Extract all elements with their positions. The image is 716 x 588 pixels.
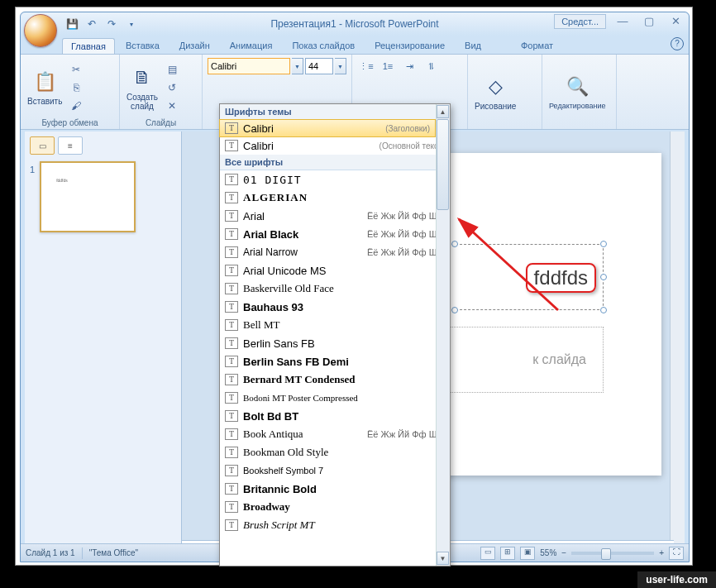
scroll-up-icon[interactable]: ▲ — [437, 105, 449, 118]
font-option[interactable]: TArial NarrowЁё Жж Йй Фф Щщ — [220, 243, 450, 261]
slide-counter: Слайд 1 из 1 — [26, 548, 75, 557]
truetype-icon: T — [225, 140, 238, 151]
clipboard-icon: 📋 — [31, 69, 58, 95]
font-dropdown-list: ▲ ▼ Шрифты темыTCalibri(Заголовки)TCalib… — [219, 103, 451, 566]
help-icon[interactable]: ? — [671, 37, 684, 50]
save-icon[interactable]: 💾 — [64, 16, 80, 32]
tab-review[interactable]: Рецензирование — [365, 37, 454, 54]
ribbon-tabs: Главная Вставка Дизайн Анимация Показ сл… — [62, 36, 689, 54]
font-option[interactable]: TBerlin Sans FB Demi — [220, 352, 450, 370]
tab-view[interactable]: Вид — [456, 37, 490, 54]
font-option[interactable]: TBroadway — [220, 498, 450, 516]
tab-design[interactable]: Дизайн — [170, 37, 219, 54]
font-option[interactable]: TBritannic Bold — [220, 480, 450, 498]
maximize-icon[interactable]: ▢ — [641, 15, 657, 27]
truetype-icon: T — [225, 392, 238, 404]
text-direction-icon[interactable]: ⥮ — [422, 58, 440, 74]
outline-tab[interactable]: ≡ — [58, 136, 83, 155]
watermark: user-life.com — [637, 571, 716, 588]
slideshow-view-icon[interactable]: ▣ — [520, 547, 535, 560]
editing-button[interactable]: 🔍 Редактирование — [547, 72, 608, 112]
tab-format[interactable]: Формат — [512, 37, 562, 54]
cut-icon[interactable]: ✂ — [69, 62, 84, 77]
truetype-icon: T — [225, 465, 238, 476]
font-option[interactable]: TBrush Script MT — [220, 516, 450, 534]
reset-icon[interactable]: ↺ — [165, 80, 179, 95]
font-option[interactable]: TBookshelf Symbol 7 — [220, 461, 450, 480]
close-icon[interactable]: ✕ — [667, 15, 684, 27]
truetype-icon: T — [225, 210, 238, 222]
zoom-slider[interactable] — [571, 552, 654, 555]
drawing-button[interactable]: ◇ Рисование — [473, 72, 518, 112]
format-painter-icon[interactable]: 🖌 — [69, 98, 84, 113]
truetype-icon: T — [225, 174, 238, 185]
truetype-icon: T — [225, 265, 238, 276]
scroll-thumb[interactable] — [437, 119, 449, 210]
zoom-value: 55% — [540, 548, 556, 557]
theme-fonts-header: Шрифты темы — [220, 104, 450, 120]
truetype-icon: T — [225, 374, 238, 385]
font-option[interactable]: TArial BlackЁё Жж Йй Фф Щщ — [220, 225, 450, 243]
sorter-view-icon[interactable]: ⊞ — [500, 547, 515, 560]
font-option[interactable]: TCalibri(Заголовки) — [219, 119, 436, 137]
zoom-in-icon[interactable]: + — [659, 548, 664, 557]
font-option[interactable]: TArialЁё Жж Йй Фф Щщ — [220, 207, 450, 225]
qat-more-icon[interactable]: ▾ — [123, 16, 140, 32]
normal-view-icon[interactable]: ▭ — [480, 547, 495, 560]
tools-contextual-tab[interactable]: Средст... — [554, 14, 606, 29]
new-slide-button[interactable]: 🗎 Создать слайд — [125, 63, 160, 112]
font-name-input[interactable]: Calibri — [208, 58, 290, 74]
layout-icon[interactable]: ▤ — [165, 62, 179, 77]
font-option[interactable]: TBookman Old Style — [220, 443, 450, 461]
copy-icon[interactable]: ⎘ — [69, 80, 84, 95]
slide-panel: ▭ ≡ 1 fddfds — [25, 131, 182, 543]
font-option[interactable]: TBernard MT Condensed — [220, 370, 450, 389]
font-option[interactable]: TBodoni MT Poster Compressed — [220, 389, 450, 407]
paste-button[interactable]: 📋 Вставить — [26, 67, 64, 108]
annotation-arrow — [451, 211, 599, 327]
font-option[interactable]: TBolt Bd BT — [220, 407, 450, 425]
redo-icon[interactable]: ↷ — [103, 16, 120, 32]
truetype-icon: T — [225, 519, 238, 531]
scroll-down-icon[interactable]: ▼ — [437, 552, 449, 565]
vertical-scrollbar[interactable] — [670, 131, 685, 543]
bullets-icon[interactable]: ⋮≡ — [357, 58, 375, 74]
font-option[interactable]: TBell MT — [220, 316, 450, 334]
shapes-icon: ◇ — [482, 74, 508, 100]
office-button[interactable] — [24, 14, 57, 47]
dropdown-scrollbar[interactable]: ▲ ▼ — [436, 104, 450, 566]
font-size-input[interactable]: 44 — [305, 58, 333, 74]
slides-tab[interactable]: ▭ — [30, 136, 55, 155]
truetype-icon: T — [225, 483, 238, 495]
window-title: Презентация1 - Microsoft PowerPoint — [270, 18, 438, 30]
tab-animations[interactable]: Анимация — [221, 37, 282, 54]
font-option[interactable]: T01 DIGIT — [220, 170, 450, 189]
font-option[interactable]: TArial Unicode MS — [220, 261, 450, 280]
minimize-icon[interactable]: — — [614, 15, 631, 27]
truetype-icon: T — [225, 246, 238, 258]
tab-slideshow[interactable]: Показ слайдов — [283, 37, 364, 54]
truetype-icon: T — [225, 283, 238, 294]
delete-icon[interactable]: ✕ — [165, 98, 179, 113]
tab-insert[interactable]: Вставка — [117, 37, 169, 54]
tab-home[interactable]: Главная — [62, 38, 115, 54]
all-fonts-header: Все шрифты — [220, 155, 450, 170]
size-dropdown-arrow[interactable]: ▼ — [335, 58, 346, 74]
font-option[interactable]: TBook AntiquaЁё Жж Йй Фф Щщ — [220, 425, 450, 443]
indent-icon[interactable]: ⇥ — [400, 58, 418, 74]
undo-icon[interactable]: ↶ — [84, 16, 100, 32]
titlebar: 💾 ↶ ↷ ▾ Презентация1 - Microsoft PowerPo… — [21, 12, 689, 36]
numbering-icon[interactable]: 1≡ — [379, 58, 397, 74]
font-option[interactable]: TBaskerville Old Face — [220, 280, 450, 298]
fit-icon[interactable]: ⛶ — [669, 547, 684, 560]
zoom-out-icon[interactable]: − — [561, 548, 566, 557]
font-option[interactable]: TALGERIAN — [220, 189, 450, 207]
slide-thumbnail[interactable]: 1 fddfds — [30, 161, 176, 232]
truetype-icon: T — [225, 337, 238, 349]
font-option[interactable]: TBauhaus 93 — [220, 298, 450, 316]
truetype-icon: T — [225, 356, 238, 367]
font-dropdown-arrow[interactable]: ▼ — [292, 58, 303, 74]
font-option[interactable]: TBerlin Sans FB — [220, 334, 450, 352]
app-window: 💾 ↶ ↷ ▾ Презентация1 - Microsoft PowerPo… — [20, 12, 690, 562]
font-option[interactable]: TCalibri(Основной текст) — [220, 136, 450, 155]
